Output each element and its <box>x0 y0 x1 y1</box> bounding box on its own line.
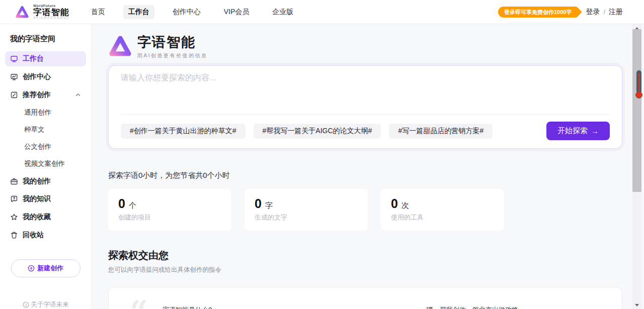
triangle-logo-icon <box>15 5 29 19</box>
top-nav-items: 首页 工作台 创作中心 VIP会员 企业版 <box>86 5 299 19</box>
stat-label: 使用的工具 <box>391 213 494 222</box>
sidebar-item-recycle-bin[interactable]: 回收站 <box>5 228 86 243</box>
brand-logo[interactable]: WordFuture 字语智能 用AI创造更有价值的信息 <box>15 4 70 19</box>
sidebar-item-my-favorites[interactable]: 我的收藏 <box>5 210 86 225</box>
stat-value: 0 <box>391 196 398 211</box>
sidebar-subitem-seeding[interactable]: 种草文 <box>0 121 91 138</box>
brand-mini-tagline: 用AI创造更有价值的信息 <box>33 17 70 19</box>
brand-name: 字语智能 <box>33 8 70 17</box>
sidebar-item-recommended[interactable]: 推荐创作 <box>5 87 86 102</box>
arrow-right-icon: → <box>591 127 599 135</box>
info-circle-icon <box>23 301 29 308</box>
nav-item-creation-center[interactable]: 创作中心 <box>168 5 206 19</box>
workbench-icon <box>10 55 18 63</box>
sidebar-item-label: 推荐创作 <box>23 90 51 99</box>
search-input[interactable] <box>121 73 610 109</box>
nav-item-enterprise[interactable]: 企业版 <box>267 5 298 19</box>
scrollbar-thumb[interactable] <box>632 29 641 192</box>
stat-unit: 字 <box>265 201 273 211</box>
sidebar-subitem-video-copy[interactable]: 视频文案创作 <box>0 155 91 172</box>
sidebar-title: 我的字语空间 <box>10 34 91 44</box>
sidebar-item-label: 工作台 <box>23 54 44 63</box>
top-navbar: WordFuture 字语智能 用AI创造更有价值的信息 首页 工作台 创作中心… <box>0 0 644 24</box>
sidebar-item-label: 回收站 <box>23 231 44 240</box>
main-content: 字语智能 用AI创造更有价值的信息 #创作一篇关于黄山出游的种草文# #帮我写一… <box>92 24 644 309</box>
login-promo-badge[interactable]: 登录即可享免费创作1000字 <box>498 7 578 18</box>
stat-value: 0 <box>255 196 262 211</box>
stat-unit: 个 <box>129 201 136 211</box>
auth-separator: / <box>603 8 605 16</box>
nav-item-workbench[interactable]: 工作台 <box>123 5 154 19</box>
my-favorites-icon <box>10 213 18 221</box>
stat-card-projects: 0 个 创建的项目 <box>108 189 231 231</box>
register-link[interactable]: 注册 <box>609 8 623 17</box>
stat-card-tools: 0 次 使用的工具 <box>381 189 504 231</box>
stat-card-words: 0 字 生成的文字 <box>245 189 368 231</box>
start-explore-button[interactable]: 开始探索 → <box>546 122 610 140</box>
sidebar: 我的字语空间 工作台 创作中心 推荐创作 <box>0 24 92 309</box>
hero-brand: 字语智能 用AI创造更有价值的信息 <box>108 33 622 59</box>
explore-section-subtitle: 您可以向字语提问或给出具体创作的指令 <box>108 266 622 274</box>
new-creation-button[interactable]: 新建创作 <box>11 259 80 277</box>
example-prompts-card: “ 字语智能是什么? 嘿，帮我创作一篇北京出游攻略 <box>108 287 622 309</box>
search-divider <box>121 114 610 115</box>
sidebar-subitem-official-doc[interactable]: 公文创作 <box>0 138 91 155</box>
recycle-bin-icon <box>10 231 18 239</box>
nav-item-vip[interactable]: VIP会员 <box>219 5 255 19</box>
recommended-sub-list: 通用创作 种草文 公文创作 视频文案创作 <box>0 104 91 172</box>
search-card: #创作一篇关于黄山出游的种草文# #帮我写一篇关于AIGC的论文大纲# #写一篇… <box>108 65 622 149</box>
stat-label: 创建的项目 <box>118 213 221 222</box>
stats-summary-line: 探索字语0小时，为您节省共0个小时 <box>108 171 622 180</box>
stat-cards-row: 0 个 创建的项目 0 字 生成的文字 0 次 使用的工具 <box>108 189 622 231</box>
triangle-logo-icon <box>108 34 132 58</box>
example-question: 字语智能是什么? <box>163 305 212 309</box>
nav-right-group: 登录即可享免费创作1000字 登录 / 注册 <box>498 7 635 18</box>
suggestion-chip[interactable]: #帮我写一篇关于AIGC的论文大纲# <box>254 124 381 139</box>
suggestion-chip[interactable]: #写一篇甜品店的营销方案# <box>389 124 493 139</box>
login-link[interactable]: 登录 <box>586 8 600 17</box>
sidebar-item-my-works[interactable]: 我的创作 <box>5 174 86 189</box>
quote-icon: “ <box>130 296 148 309</box>
hero-tagline: 用AI创造更有价值的信息 <box>137 52 207 59</box>
scroll-down-arrow-icon[interactable] <box>632 301 641 309</box>
stat-value: 0 <box>118 196 125 211</box>
plus-circle-icon <box>28 265 35 272</box>
sidebar-item-my-knowledge[interactable]: 我的知识 <box>5 192 86 207</box>
my-knowledge-icon <box>10 195 18 203</box>
about-wordfuture-link[interactable]: 关于字语未来 <box>23 300 69 309</box>
suggestion-chip[interactable]: #创作一篇关于黄山出游的种草文# <box>121 124 246 139</box>
sidebar-item-label: 创作中心 <box>23 72 51 81</box>
sidebar-item-label: 我的创作 <box>23 177 51 186</box>
suggestion-chips-row: #创作一篇关于黄山出游的种草文# #帮我写一篇关于AIGC的论文大纲# #写一篇… <box>121 122 610 140</box>
my-works-icon <box>10 177 18 185</box>
sidebar-item-creation-center[interactable]: 创作中心 <box>5 69 86 84</box>
sidebar-item-label: 我的收藏 <box>23 213 51 222</box>
hero-brand-name: 字语智能 <box>137 33 207 51</box>
nav-item-home[interactable]: 首页 <box>86 5 110 19</box>
explore-section-title: 探索权交由您 <box>108 249 622 262</box>
start-explore-label: 开始探索 <box>557 126 588 136</box>
stat-label: 生成的文字 <box>255 213 358 222</box>
thermometer-icon <box>635 70 643 100</box>
page-scrollbar[interactable] <box>632 24 641 309</box>
about-label: 关于字语未来 <box>31 300 69 309</box>
stat-unit: 次 <box>401 201 409 211</box>
recommended-creation-icon <box>10 91 18 99</box>
sidebar-item-label: 我的知识 <box>23 194 51 203</box>
creation-center-icon <box>10 73 18 81</box>
new-creation-label: 新建创作 <box>37 264 63 273</box>
example-answer: 嘿，帮我创作一篇北京出游攻略 <box>427 305 518 309</box>
sidebar-item-workbench[interactable]: 工作台 <box>5 51 86 66</box>
sidebar-subitem-general[interactable]: 通用创作 <box>0 104 91 121</box>
chevron-up-icon[interactable] <box>75 92 81 98</box>
